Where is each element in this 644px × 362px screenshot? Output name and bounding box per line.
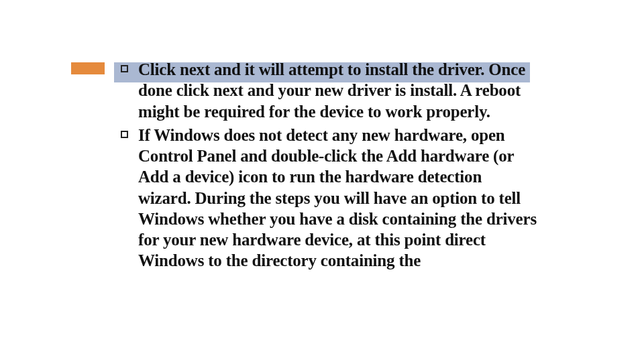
list-item: Click next and it will attempt to instal… bbox=[121, 59, 537, 122]
bullet-text: Click next and it will attempt to instal… bbox=[138, 60, 525, 121]
slide-content: Click next and it will attempt to instal… bbox=[121, 59, 537, 274]
bullet-list: Click next and it will attempt to instal… bbox=[121, 59, 537, 272]
list-item: If Windows does not detect any new hardw… bbox=[121, 125, 537, 272]
slide: Click next and it will attempt to instal… bbox=[0, 0, 644, 362]
bullet-text: If Windows does not detect any new hardw… bbox=[138, 126, 537, 270]
accent-block bbox=[71, 62, 105, 74]
